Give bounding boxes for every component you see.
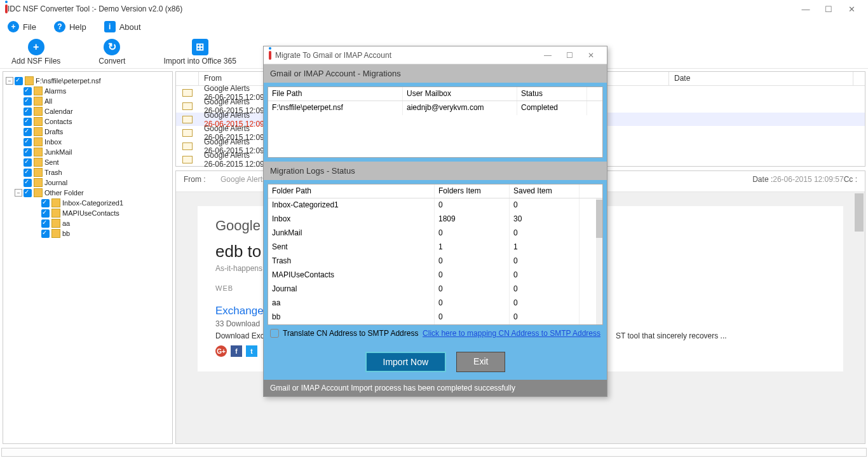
log-row[interactable]: aa00 [268,296,602,310]
checkbox[interactable] [24,189,32,197]
log-row[interactable]: bb00 [268,310,602,324]
folder-icon [34,97,43,106]
question-icon: ? [54,21,65,32]
folder-icon [34,87,43,95]
log-row[interactable]: Trash00 [268,254,602,268]
checkbox[interactable] [41,230,50,238]
tree-item[interactable]: MAPIUseContacts [6,208,170,218]
section-migrations: Gmail or IMAP Account - Migrations [264,64,607,83]
dialog-status: Gmail or IMAP Account Import process has… [264,380,607,396]
folder-icon [34,137,43,146]
facebook-icon[interactable]: f [231,345,242,357]
col-mailbox: User Mailbox [403,87,517,101]
dialog-close[interactable]: ✕ [580,51,602,60]
checkbox[interactable] [24,97,32,106]
tree-item[interactable]: Journal [6,177,170,188]
log-row[interactable]: Inbox180930 [268,212,602,226]
tree-item[interactable]: aa [6,218,170,228]
folder-icon [51,198,60,207]
checkbox[interactable] [24,118,32,126]
tree-item[interactable]: Calendar [6,106,170,116]
tree-item[interactable]: Sent [6,157,170,167]
folder-tree[interactable]: −F:\nsffile\peterpet.nsf AlarmsAllCalend… [3,71,173,444]
menu-help[interactable]: ?Help [54,21,86,32]
folder-icon [25,76,34,85]
status-bar [1,448,867,457]
gplus-icon[interactable]: G+ [215,345,227,357]
tree-item[interactable]: All [6,96,170,106]
log-row[interactable]: Sent11 [268,240,602,254]
twitter-icon[interactable]: t [246,345,257,357]
import-now-button[interactable]: Import Now [365,352,447,372]
window-title: IDC NSF Converter Tool :- Demo Version v… [8,4,794,13]
table-row[interactable]: F:\nsffile\peterpet.nsf aiednjb@verykvm.… [268,101,602,115]
folder-icon [34,168,43,177]
tree-item[interactable]: Alarms [6,86,170,96]
app-icon [5,4,8,13]
checkbox[interactable] [24,87,32,95]
logs-table: Folder Path Folders Item Saved Item Inbo… [268,184,603,325]
minimize-button[interactable]: — [794,0,817,18]
folder-icon [51,219,60,228]
date-value: 26-06-2015 12:09:57 [773,175,843,184]
checkbox[interactable] [41,219,50,228]
checkbox[interactable] [24,158,32,167]
collapse-icon[interactable]: − [6,77,13,85]
col-items: Folders Item [435,184,510,198]
tree-item[interactable]: Drafts [6,127,170,137]
envelope-icon [182,116,193,123]
checkbox[interactable] [24,108,32,116]
col-filepath: File Path [268,87,403,101]
date-label: Date : [752,175,773,184]
log-row[interactable]: Journal00 [268,282,602,296]
checkbox[interactable] [15,77,23,85]
folder-icon [34,188,43,197]
mapping-link[interactable]: Click here to mapping CN Address to SMTP… [423,329,600,338]
dialog-title: Migrate To Gmail or IMAP Account [275,51,391,60]
tree-item[interactable]: JunkMail [6,147,170,157]
translate-checkbox[interactable] [270,329,279,338]
titlebar: IDC NSF Converter Tool :- Demo Version v… [0,0,868,18]
exit-button[interactable]: Exit [456,352,505,372]
col-folder: Folder Path [268,184,435,198]
close-button[interactable]: ✕ [840,0,863,18]
collapse-icon[interactable]: − [15,189,22,197]
tree-item[interactable]: Contacts [6,116,170,127]
maximize-button[interactable]: ☐ [817,0,840,18]
log-row[interactable]: JunkMail00 [268,226,602,240]
folder-icon [34,117,43,126]
tree-item[interactable]: Inbox-Categorized1 [6,198,170,208]
import-365-button[interactable]: ⊞Import into Office 365 [163,39,236,66]
col-date[interactable]: Date [669,72,853,85]
dialog-minimize[interactable]: — [537,51,559,60]
checkbox[interactable] [24,169,32,177]
tree-item[interactable]: Inbox [6,137,170,147]
scrollbar[interactable] [855,193,864,442]
from-label: From : [184,175,220,184]
checkbox[interactable] [24,128,32,136]
dialog-maximize[interactable]: ☐ [559,51,580,60]
checkbox[interactable] [41,209,50,218]
checkbox[interactable] [24,148,32,156]
scrollbar[interactable] [596,198,602,324]
checkbox[interactable] [24,138,32,146]
checkbox[interactable] [24,179,32,187]
add-nsf-button[interactable]: +Add NSF Files [11,39,60,66]
menu-about[interactable]: iAbout [104,21,141,32]
menu-file[interactable]: +File [8,21,36,32]
folder-icon [51,209,60,218]
tree-item[interactable]: bb [6,228,170,239]
tree-item[interactable]: Trash [6,167,170,177]
checkbox[interactable] [41,199,50,207]
log-row[interactable]: MAPIUseContacts00 [268,268,602,282]
log-row[interactable]: Inbox-Categorized100 [268,198,602,212]
plus-icon: + [28,39,44,55]
convert-button[interactable]: ↻Convert [98,39,125,66]
tree-item[interactable]: −Other Folder [6,188,170,198]
col-status: Status [517,87,587,101]
envelope-icon [182,89,193,97]
tree-root[interactable]: F:\nsffile\peterpet.nsf [36,77,101,85]
folder-icon [34,148,43,156]
col-saved: Saved Item [510,184,580,198]
info-icon: i [104,21,116,32]
